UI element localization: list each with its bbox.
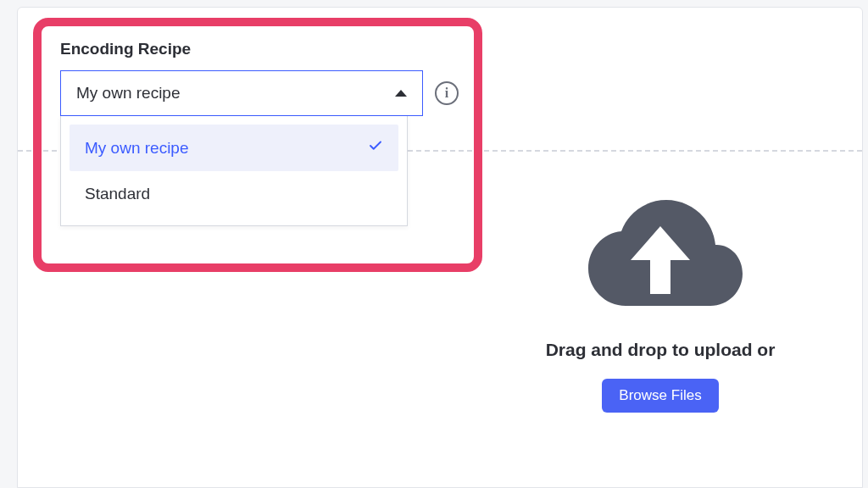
chevron-up-icon bbox=[395, 90, 407, 97]
encoding-recipe-field: Encoding Recipe My own recipe My own rec… bbox=[60, 40, 459, 116]
check-icon bbox=[368, 138, 383, 158]
encoding-select-value: My own recipe bbox=[76, 84, 181, 103]
encoding-select[interactable]: My own recipe bbox=[60, 70, 423, 116]
page-container: Encoding Recipe My own recipe My own rec… bbox=[17, 7, 863, 488]
upload-hint: Drag and drop to upload or bbox=[546, 340, 776, 360]
dropdown-option-label: Standard bbox=[85, 185, 150, 203]
cloud-upload-icon bbox=[567, 186, 754, 321]
dropdown-option-label: My own recipe bbox=[85, 139, 189, 158]
dropdown-option-my-own-recipe[interactable]: My own recipe bbox=[70, 125, 398, 171]
info-glyph: i bbox=[445, 86, 448, 101]
dropdown-option-standard[interactable]: Standard bbox=[70, 171, 398, 217]
browse-files-button[interactable]: Browse Files bbox=[602, 379, 718, 413]
encoding-dropdown: My own recipe Standard bbox=[60, 116, 408, 226]
select-wrap: My own recipe My own recipe Standard bbox=[60, 70, 423, 116]
upload-area[interactable]: Drag and drop to upload or Browse Files bbox=[492, 186, 828, 413]
encoding-label: Encoding Recipe bbox=[60, 40, 459, 58]
info-icon[interactable]: i bbox=[435, 81, 459, 105]
select-row: My own recipe My own recipe Standard bbox=[60, 70, 459, 116]
dropdown-inner: My own recipe Standard bbox=[61, 116, 407, 225]
